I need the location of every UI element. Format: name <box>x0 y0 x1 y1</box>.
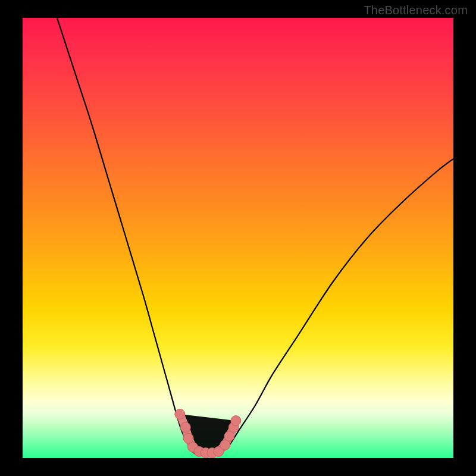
marker-dot <box>231 416 241 426</box>
plot-area <box>23 18 453 458</box>
curve-right-branch <box>221 159 453 454</box>
marker-cluster <box>175 409 241 458</box>
watermark-text: TheBottleneck.com <box>364 4 468 17</box>
marker-dot <box>175 409 185 419</box>
chart-overlay <box>23 18 453 458</box>
outer-frame: TheBottleneck.com <box>0 0 476 476</box>
marker-dot <box>180 422 190 433</box>
curve-left-branch <box>57 18 195 454</box>
